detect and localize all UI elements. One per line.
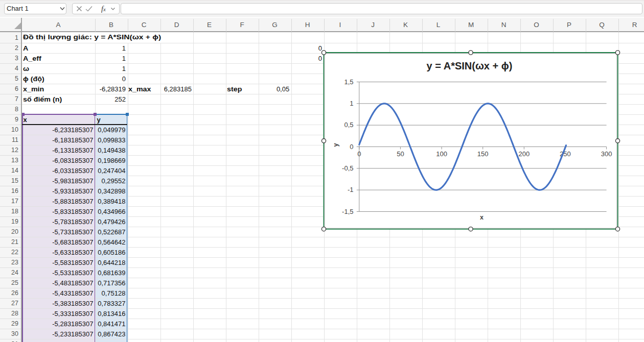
svg-text:50: 50 (397, 150, 404, 158)
svg-text:150: 150 (477, 150, 489, 158)
svg-text:0,5: 0,5 (344, 121, 353, 129)
svg-text:-1,5: -1,5 (342, 208, 353, 215)
svg-text:300: 300 (601, 150, 612, 158)
svg-text:y: y (332, 143, 339, 146)
svg-text:x: x (480, 214, 484, 221)
svg-text:0: 0 (350, 143, 353, 151)
svg-text:1,5: 1,5 (344, 78, 353, 86)
svg-text:200: 200 (518, 150, 530, 158)
svg-text:0: 0 (357, 150, 361, 158)
svg-text:y = A*SIN(ωx + ϕ): y = A*SIN(ωx + ϕ) (427, 60, 513, 71)
svg-text:-0,5: -0,5 (342, 164, 353, 172)
svg-text:-1: -1 (348, 186, 354, 193)
svg-text:100: 100 (436, 150, 447, 158)
svg-text:1: 1 (350, 100, 353, 107)
